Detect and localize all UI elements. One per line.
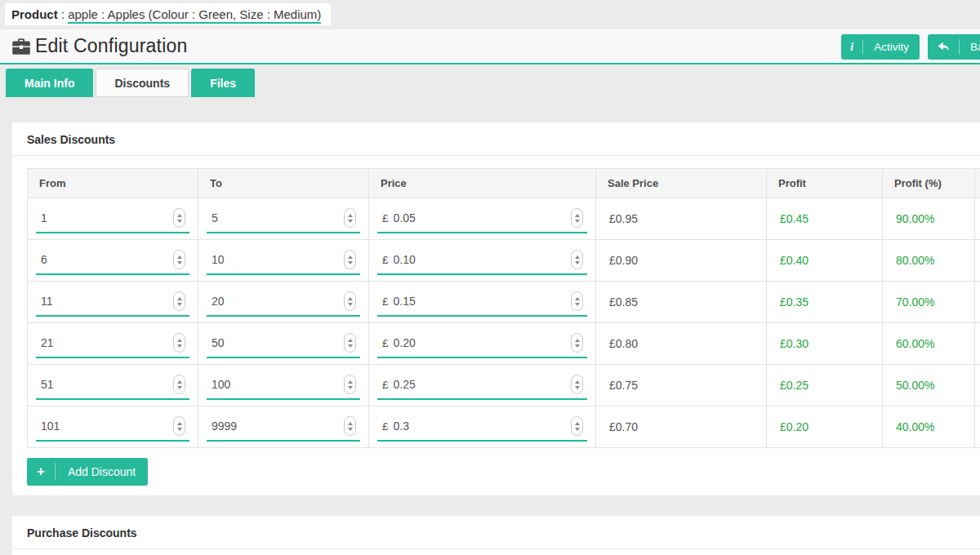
page-header: Edit Configuration i Activity Back <box>0 29 980 64</box>
price-input[interactable] <box>389 378 587 391</box>
currency-prefix: £ <box>377 420 389 433</box>
sale-price-value: £0.70 <box>596 406 767 448</box>
sales-discounts-title: Sales Discounts <box>12 122 980 156</box>
number-stepper[interactable] <box>571 375 583 394</box>
number-stepper[interactable] <box>344 291 356 311</box>
from-input[interactable] <box>36 336 189 349</box>
extra-cell <box>975 282 980 323</box>
from-input[interactable] <box>36 211 189 224</box>
extra-cell <box>975 323 980 365</box>
currency-prefix: £ <box>377 254 389 266</box>
number-stepper[interactable] <box>344 333 356 353</box>
breadcrumb-separator: : <box>58 7 69 21</box>
column-header-extra <box>975 169 980 198</box>
profit-pct-value: 60.00% <box>883 323 975 365</box>
add-discount-label: Add Discount <box>56 465 148 478</box>
to-input[interactable] <box>207 295 360 308</box>
currency-prefix: £ <box>377 337 389 349</box>
number-stepper[interactable] <box>173 333 185 353</box>
from-input[interactable] <box>36 378 189 391</box>
activity-button-label: Activity <box>863 41 920 53</box>
sale-price-value: £0.90 <box>596 240 767 282</box>
column-header-from: From <box>28 169 198 198</box>
number-stepper[interactable] <box>173 291 185 311</box>
sale-price-value: £0.85 <box>596 282 767 323</box>
sale-price-value: £0.75 <box>596 365 767 406</box>
profit-value: £0.20 <box>767 406 883 448</box>
breadcrumb-label: Product <box>11 7 58 21</box>
table-row: £ £0.90 £0.40 80.00% <box>28 240 980 282</box>
from-input[interactable] <box>36 295 189 308</box>
extra-cell <box>975 365 980 406</box>
number-stepper[interactable] <box>344 375 356 394</box>
number-stepper[interactable] <box>173 208 185 228</box>
page-title: Edit Configuration <box>35 35 187 57</box>
purchase-discounts-title: Purchase Discounts <box>12 516 980 549</box>
number-stepper[interactable] <box>571 291 583 311</box>
number-stepper[interactable] <box>571 333 583 353</box>
number-stepper[interactable] <box>344 250 356 269</box>
back-arrow-icon <box>928 41 959 53</box>
breadcrumb-product-link[interactable]: apple : Apples (Colour : Green, Size : M… <box>68 7 321 24</box>
number-stepper[interactable] <box>173 250 185 269</box>
currency-prefix: £ <box>377 212 389 224</box>
price-input[interactable] <box>389 253 587 266</box>
table-row: £ £0.85 £0.35 70.00% <box>28 282 980 323</box>
profit-pct-value: 70.00% <box>883 282 975 323</box>
price-input[interactable] <box>389 420 587 433</box>
column-header-profit: Profit <box>767 169 883 198</box>
extra-cell <box>975 240 980 282</box>
briefcase-icon <box>11 37 31 56</box>
to-input[interactable] <box>207 378 360 391</box>
activity-button[interactable]: i Activity <box>841 34 920 60</box>
table-row: £ £0.95 £0.45 90.00% <box>28 198 980 240</box>
to-input[interactable] <box>207 253 360 266</box>
currency-prefix: £ <box>377 295 389 308</box>
number-stepper[interactable] <box>344 416 356 436</box>
currency-prefix: £ <box>377 379 389 391</box>
tab-discounts[interactable]: Discounts <box>96 69 189 97</box>
table-row: £ £0.75 £0.25 50.00% <box>28 365 980 406</box>
number-stepper[interactable] <box>344 208 356 228</box>
number-stepper[interactable] <box>571 208 583 228</box>
sale-price-value: £0.80 <box>596 323 767 365</box>
column-header-price: Price <box>369 169 596 198</box>
sales-discounts-table: From To Price Sale Price Profit Profit (… <box>27 168 980 448</box>
back-button-label: Back <box>960 41 980 53</box>
price-input[interactable] <box>389 211 587 224</box>
from-input[interactable] <box>36 420 189 433</box>
number-stepper[interactable] <box>173 416 185 436</box>
to-input[interactable] <box>207 211 360 224</box>
to-input[interactable] <box>207 420 360 433</box>
table-row: £ £0.80 £0.30 60.00% <box>28 323 980 365</box>
table-header-row: From To Price Sale Price Profit Profit (… <box>28 169 980 198</box>
price-input[interactable] <box>389 295 587 308</box>
info-icon: i <box>841 40 862 54</box>
column-header-to: To <box>198 169 369 198</box>
profit-value: £0.30 <box>767 323 883 365</box>
number-stepper[interactable] <box>571 250 583 269</box>
sale-price-value: £0.95 <box>596 198 767 240</box>
tab-bar: Main Info Discounts Files <box>6 69 255 97</box>
number-stepper[interactable] <box>571 416 583 436</box>
sales-discounts-panel: Sales Discounts From To Price Sale Price… <box>12 122 980 495</box>
profit-pct-value: 80.00% <box>883 240 975 282</box>
number-stepper[interactable] <box>173 375 185 394</box>
profit-pct-value: 40.00% <box>883 406 975 448</box>
plus-icon: + <box>27 464 55 480</box>
column-header-sale-price: Sale Price <box>596 169 767 198</box>
profit-value: £0.40 <box>767 240 883 282</box>
tab-main-info[interactable]: Main Info <box>6 69 93 97</box>
tab-files[interactable]: Files <box>191 69 255 97</box>
to-input[interactable] <box>207 336 360 349</box>
price-input[interactable] <box>389 336 587 349</box>
purchase-discounts-panel: Purchase Discounts <box>12 516 980 555</box>
profit-pct-value: 90.00% <box>883 198 975 240</box>
profit-value: £0.45 <box>767 198 883 240</box>
from-input[interactable] <box>36 253 189 266</box>
add-discount-button[interactable]: + Add Discount <box>27 458 148 486</box>
back-button[interactable]: Back <box>928 34 980 60</box>
extra-cell <box>975 198 980 240</box>
breadcrumb: Product : apple : Apples (Colour : Green… <box>5 3 331 25</box>
table-row: £ £0.70 £0.20 40.00% <box>28 406 980 448</box>
